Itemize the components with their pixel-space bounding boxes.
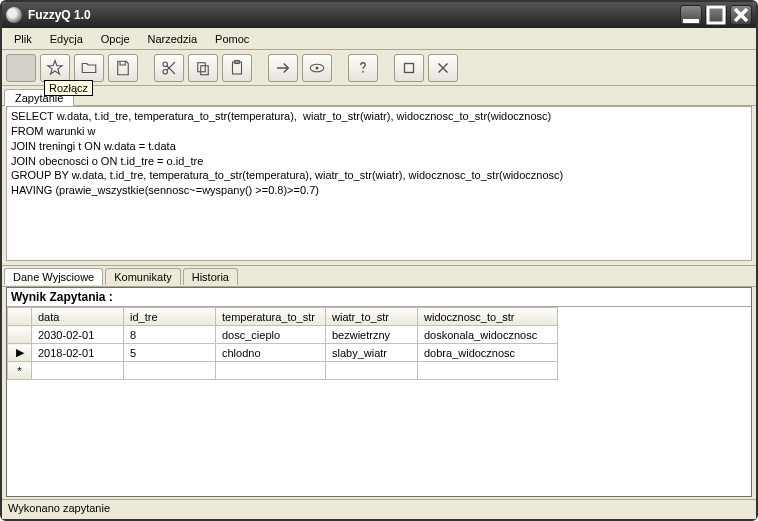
svg-rect-1	[708, 7, 724, 23]
grid-header-row: data id_tre temperatura_to_str wiatr_to_…	[8, 308, 558, 326]
scissors-icon	[160, 59, 178, 77]
tool-help-button[interactable]	[348, 54, 378, 82]
help-icon	[354, 59, 372, 77]
menu-edycja[interactable]: Edycja	[42, 31, 91, 47]
maximize-button[interactable]	[705, 5, 727, 25]
menu-plik[interactable]: Plik	[6, 31, 40, 47]
star-icon	[46, 59, 64, 77]
app-icon	[6, 7, 22, 23]
close-button[interactable]	[730, 5, 752, 25]
grid-corner	[8, 308, 32, 326]
tool-run-button[interactable]	[268, 54, 298, 82]
titlebar: FuzzyQ 1.0	[2, 2, 756, 28]
tool-stop-button[interactable]	[394, 54, 424, 82]
newrow-marker: *	[8, 362, 32, 380]
results-panel: Wynik Zapytania : data id_tre temperatur…	[6, 287, 752, 497]
upper-tab-strip: Zapytanie	[2, 86, 756, 106]
row-indicator: ▶	[8, 344, 32, 362]
x-icon	[434, 59, 452, 77]
cell[interactable]	[32, 362, 124, 380]
statusbar: Wykonano zapytanie	[2, 499, 756, 519]
svg-line-7	[167, 62, 175, 70]
tool-connect-button[interactable]	[6, 54, 36, 82]
svg-rect-8	[198, 62, 206, 71]
folder-icon	[80, 59, 98, 77]
eye-icon	[308, 59, 326, 77]
cell[interactable]: 8	[124, 326, 216, 344]
cell[interactable]	[326, 362, 418, 380]
tool-favorite-button[interactable]	[40, 54, 70, 82]
tab-historia[interactable]: Historia	[183, 268, 238, 285]
tool-copy-button[interactable]	[188, 54, 218, 82]
col-wiatr[interactable]: wiatr_to_str	[326, 308, 418, 326]
tooltip: Rozłącz	[44, 80, 93, 96]
maximize-icon	[706, 5, 726, 25]
menu-narzedzia[interactable]: Narzedzia	[140, 31, 206, 47]
menu-opcje[interactable]: Opcje	[93, 31, 138, 47]
close-icon	[731, 5, 751, 25]
cell[interactable]	[418, 362, 558, 380]
paste-icon	[228, 59, 246, 77]
cell[interactable]	[124, 362, 216, 380]
window-title: FuzzyQ 1.0	[28, 8, 680, 22]
status-text: Wykonano zapytanie	[8, 502, 110, 514]
minimize-button[interactable]	[680, 5, 702, 25]
results-grid-wrap[interactable]: data id_tre temperatura_to_str wiatr_to_…	[7, 307, 751, 496]
tab-komunikaty[interactable]: Komunikaty	[105, 268, 180, 285]
col-id-tre[interactable]: id_tre	[124, 308, 216, 326]
svg-point-13	[316, 66, 319, 69]
cell[interactable]: slaby_wiatr	[326, 344, 418, 362]
tab-dane-wyjsciowe[interactable]: Dane Wyjsciowe	[4, 268, 103, 285]
results-title: Wynik Zapytania :	[7, 288, 751, 307]
cell[interactable]: dobra_widocznosc	[418, 344, 558, 362]
minimize-icon	[681, 5, 701, 25]
tool-view-button[interactable]	[302, 54, 332, 82]
col-temperatura[interactable]: temperatura_to_str	[216, 308, 326, 326]
table-row[interactable]: 2030-02-01 8 dosc_cieplo bezwietrzny dos…	[8, 326, 558, 344]
svg-rect-0	[683, 19, 699, 23]
tool-open-button[interactable]	[74, 54, 104, 82]
col-data[interactable]: data	[32, 308, 124, 326]
svg-point-14	[362, 70, 364, 72]
tool-paste-button[interactable]	[222, 54, 252, 82]
results-grid: data id_tre temperatura_to_str wiatr_to_…	[7, 307, 558, 380]
cell[interactable]: 2030-02-01	[32, 326, 124, 344]
cell[interactable]	[216, 362, 326, 380]
copy-icon	[194, 59, 212, 77]
cell[interactable]: chlodno	[216, 344, 326, 362]
cell[interactable]: 2018-02-01	[32, 344, 124, 362]
svg-line-6	[167, 65, 175, 73]
svg-rect-9	[201, 65, 209, 74]
toolbar: Rozłącz	[2, 50, 756, 86]
query-editor[interactable]: SELECT w.data, t.id_tre, temperatura_to_…	[6, 106, 752, 261]
cell[interactable]: dosc_cieplo	[216, 326, 326, 344]
arrow-right-icon	[274, 59, 292, 77]
col-widocznosc[interactable]: widocznosc_to_str	[418, 308, 558, 326]
square-icon	[400, 59, 418, 77]
table-new-row[interactable]: *	[8, 362, 558, 380]
lower-tab-strip: Dane Wyjsciowe Komunikaty Historia	[2, 265, 756, 287]
window-buttons	[680, 5, 752, 25]
cell[interactable]: 5	[124, 344, 216, 362]
menubar: Plik Edycja Opcje Narzedzia Pomoc	[2, 28, 756, 50]
tool-cancel-button[interactable]	[428, 54, 458, 82]
cell[interactable]: bezwietrzny	[326, 326, 418, 344]
tool-cut-button[interactable]	[154, 54, 184, 82]
svg-rect-15	[405, 63, 414, 72]
table-row[interactable]: ▶ 2018-02-01 5 chlodno slaby_wiatr dobra…	[8, 344, 558, 362]
cell[interactable]: doskonala_widocznosc	[418, 326, 558, 344]
tool-save-button[interactable]	[108, 54, 138, 82]
row-indicator	[8, 326, 32, 344]
menu-pomoc[interactable]: Pomoc	[207, 31, 257, 47]
save-icon	[114, 59, 132, 77]
app-window: FuzzyQ 1.0 Plik Edycja Opcje Narzedzia P…	[0, 0, 758, 521]
